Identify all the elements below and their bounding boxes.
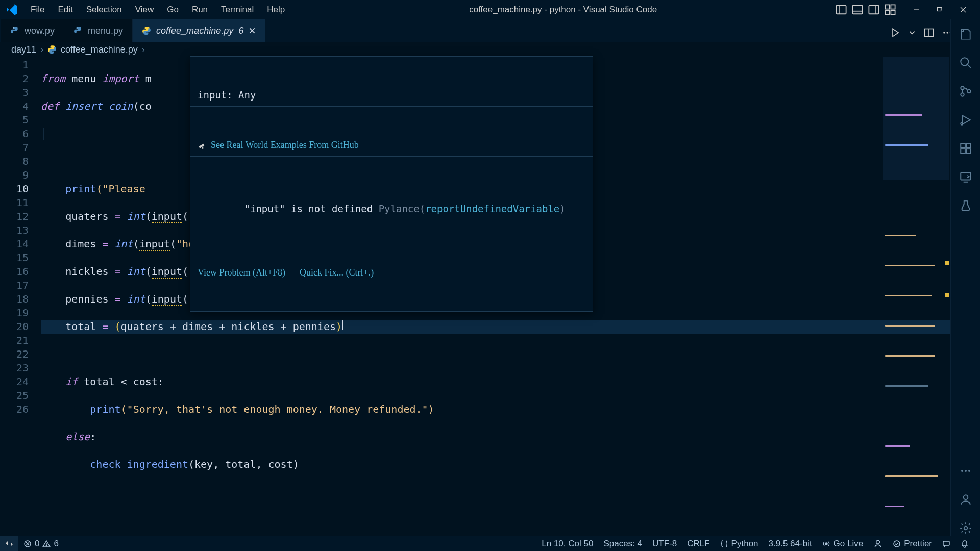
svg-point-38 xyxy=(968,470,970,472)
layout-panel-icon[interactable] xyxy=(851,4,864,15)
minimize-button[interactable] xyxy=(904,1,928,18)
python-interpreter[interactable]: 3.9.5 64-bit xyxy=(764,539,817,549)
settings-gear-icon[interactable] xyxy=(958,520,973,536)
run-debug-icon[interactable] xyxy=(958,112,973,128)
menu-selection[interactable]: Selection xyxy=(80,3,128,17)
layout-controls xyxy=(835,4,896,15)
split-editor-icon[interactable] xyxy=(924,28,934,38)
run-dropdown-icon[interactable] xyxy=(909,29,916,36)
notifications[interactable] xyxy=(955,539,974,549)
person-icon xyxy=(873,539,883,548)
check-icon xyxy=(893,540,901,548)
svg-line-24 xyxy=(967,64,971,68)
code-editor[interactable]: from menu import m def insert_coin(co │ … xyxy=(41,57,980,536)
menu-edit[interactable]: Edit xyxy=(52,3,79,17)
quick-fix-link[interactable]: Quick Fix... (Ctrl+.) xyxy=(300,266,374,280)
svg-rect-30 xyxy=(966,143,971,148)
remote-explorer-icon[interactable] xyxy=(958,169,973,185)
minimap[interactable] xyxy=(883,57,949,180)
tab-menu[interactable]: menu.py xyxy=(64,19,133,42)
breadcrumb-file[interactable]: coffee_machine.py xyxy=(61,44,138,55)
tab-label: menu.py xyxy=(88,26,123,36)
svg-point-47 xyxy=(876,540,880,544)
eol[interactable]: CRLF xyxy=(682,539,715,549)
close-tab-icon[interactable] xyxy=(249,27,256,34)
menu-terminal[interactable]: Terminal xyxy=(215,3,260,17)
status-bar: 0 6 Ln 10, Col 50 Spaces: 4 UTF-8 CRLF P… xyxy=(0,536,980,551)
menu-file[interactable]: File xyxy=(24,3,51,17)
breadcrumb-folder[interactable]: day11 xyxy=(11,44,36,55)
vscode-logo-icon xyxy=(5,3,18,16)
language-mode[interactable]: Python xyxy=(715,539,764,549)
svg-rect-11 xyxy=(938,8,941,11)
menu-bar: File Edit Selection View Go Run Terminal… xyxy=(24,3,291,17)
encoding[interactable]: UTF-8 xyxy=(647,539,682,549)
source-control-icon[interactable] xyxy=(958,84,973,99)
codespaces[interactable] xyxy=(868,539,888,549)
cursor-position[interactable]: Ln 10, Col 50 xyxy=(536,539,598,549)
svg-rect-2 xyxy=(852,6,862,14)
more-icon[interactable] xyxy=(958,463,973,479)
tab-label: coffee_machine.py xyxy=(156,26,233,36)
indentation[interactable]: Spaces: 4 xyxy=(598,539,647,549)
tab-coffee-machine[interactable]: coffee_machine.py 6 xyxy=(133,19,265,42)
warning-icon xyxy=(42,540,51,548)
view-problem-link[interactable]: View Problem (Alt+F8) xyxy=(198,266,285,280)
svg-point-20 xyxy=(943,32,945,33)
close-button[interactable] xyxy=(951,1,975,18)
hover-github-link[interactable]: See Real World Examples From GitHub xyxy=(190,134,593,157)
svg-rect-7 xyxy=(891,5,895,9)
hover-tooltip: input: Any See Real World Examples From … xyxy=(190,56,593,312)
svg-point-39 xyxy=(963,495,968,499)
svg-point-23 xyxy=(961,58,968,65)
error-icon xyxy=(23,540,32,548)
layout-customize-icon[interactable] xyxy=(884,4,896,15)
account-icon[interactable] xyxy=(958,492,973,507)
svg-point-25 xyxy=(961,86,964,90)
hover-actions: View Problem (Alt+F8) Quick Fix... (Ctrl… xyxy=(190,262,593,284)
menu-run[interactable]: Run xyxy=(186,3,214,17)
feedback-icon xyxy=(942,540,950,548)
python-file-icon xyxy=(47,45,57,54)
svg-point-40 xyxy=(964,527,967,530)
extensions-icon[interactable] xyxy=(958,141,973,156)
broadcast-icon xyxy=(822,540,830,548)
svg-rect-9 xyxy=(891,10,895,14)
layout-sidebar-right-icon[interactable] xyxy=(868,4,880,15)
tab-wow[interactable]: wow.py xyxy=(1,19,64,42)
remote-indicator[interactable] xyxy=(0,536,18,551)
run-file-icon[interactable] xyxy=(890,28,900,38)
error-code-link[interactable]: reportUndefinedVariable xyxy=(425,203,559,214)
menu-help[interactable]: Help xyxy=(261,3,291,17)
breadcrumb[interactable]: day11 › coffee_machine.py › xyxy=(0,42,980,57)
menu-go[interactable]: Go xyxy=(161,3,185,17)
hover-signature: input: Any xyxy=(190,84,593,107)
layout-sidebar-left-icon[interactable] xyxy=(835,4,847,15)
testing-icon[interactable] xyxy=(958,198,973,213)
svg-rect-32 xyxy=(966,149,971,154)
search-icon[interactable] xyxy=(958,55,973,70)
menu-view[interactable]: View xyxy=(129,3,160,17)
svg-rect-31 xyxy=(961,149,965,154)
line-number-gutter[interactable]: 123456789 10 111213141516171819202122232… xyxy=(0,57,41,536)
svg-rect-4 xyxy=(869,6,878,14)
explorer-icon[interactable] xyxy=(958,27,973,42)
tab-bar: wow.py menu.py coffee_machine.py 6 xyxy=(0,19,980,42)
editor-area: 123456789 10 111213141516171819202122232… xyxy=(0,57,980,536)
svg-rect-49 xyxy=(943,541,949,545)
go-live[interactable]: Go Live xyxy=(817,539,869,549)
bell-icon xyxy=(961,540,969,548)
svg-rect-0 xyxy=(836,6,846,14)
svg-rect-8 xyxy=(885,10,889,14)
python-file-icon xyxy=(142,26,151,35)
window-title: coffee_machine.py - python - Visual Stud… xyxy=(291,5,835,15)
prettier-status[interactable]: Prettier xyxy=(888,539,937,549)
svg-point-36 xyxy=(961,470,963,472)
problems-indicator[interactable]: 0 6 xyxy=(18,539,64,549)
braces-icon xyxy=(720,540,728,548)
svg-rect-6 xyxy=(885,5,889,9)
titlebar: File Edit Selection View Go Run Terminal… xyxy=(0,0,980,19)
maximize-button[interactable] xyxy=(928,1,951,18)
python-file-icon xyxy=(74,26,83,35)
feedback[interactable] xyxy=(937,539,955,549)
